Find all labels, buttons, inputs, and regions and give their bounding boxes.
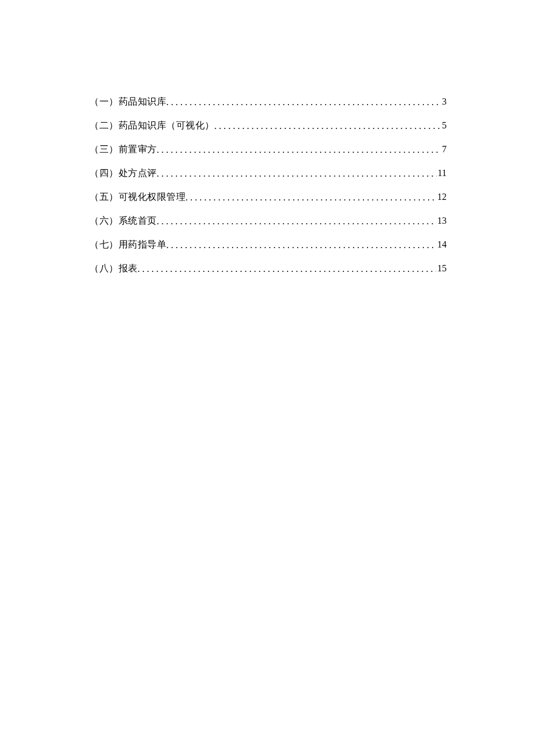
toc-leader-dots bbox=[166, 95, 441, 109]
toc-leader-dots bbox=[215, 119, 441, 133]
toc-entry-page: 15 bbox=[436, 261, 447, 275]
toc-entry-label: （一）药品知识库 bbox=[90, 95, 166, 109]
toc-entry-label: （四）处方点评 bbox=[90, 166, 157, 180]
toc-entry[interactable]: （二）药品知识库（可视化） 5 bbox=[90, 119, 447, 132]
toc-leader-dots bbox=[166, 238, 436, 252]
toc-leader-dots bbox=[186, 191, 436, 205]
toc-entry-page: 11 bbox=[437, 166, 447, 180]
toc-entry[interactable]: （四）处方点评 11 bbox=[90, 166, 447, 180]
toc-entry-label: （二）药品知识库（可视化） bbox=[90, 119, 215, 132]
toc-leader-dots bbox=[138, 262, 437, 276]
toc-entry-page: 3 bbox=[441, 95, 447, 109]
toc-leader-dots bbox=[157, 214, 437, 228]
toc-entry-label: （六）系统首页 bbox=[90, 214, 157, 228]
toc-entry-label: （八）报表 bbox=[90, 261, 138, 275]
table-of-contents: （一）药品知识库 3 （二）药品知识库（可视化） 5 （三）前置审方 7 （四）… bbox=[90, 95, 447, 275]
toc-entry-page: 14 bbox=[436, 238, 447, 252]
toc-entry-page: 7 bbox=[441, 142, 447, 156]
toc-leader-dots bbox=[157, 143, 441, 157]
toc-entry[interactable]: （五）可视化权限管理 12 bbox=[90, 190, 447, 204]
toc-entry-page: 12 bbox=[436, 190, 447, 204]
toc-leader-dots bbox=[157, 167, 437, 181]
toc-entry-page: 13 bbox=[436, 214, 447, 228]
toc-entry-label: （七）用药指导单 bbox=[90, 238, 166, 252]
toc-entry[interactable]: （八）报表 15 bbox=[90, 261, 447, 275]
toc-entry[interactable]: （六）系统首页 13 bbox=[90, 214, 447, 228]
toc-entry-label: （三）前置审方 bbox=[90, 142, 157, 156]
toc-entry[interactable]: （七）用药指导单 14 bbox=[90, 238, 447, 252]
toc-entry[interactable]: （三）前置审方 7 bbox=[90, 142, 447, 156]
toc-entry-label: （五）可视化权限管理 bbox=[90, 190, 186, 204]
toc-entry[interactable]: （一）药品知识库 3 bbox=[90, 95, 447, 109]
toc-entry-page: 5 bbox=[441, 119, 447, 132]
